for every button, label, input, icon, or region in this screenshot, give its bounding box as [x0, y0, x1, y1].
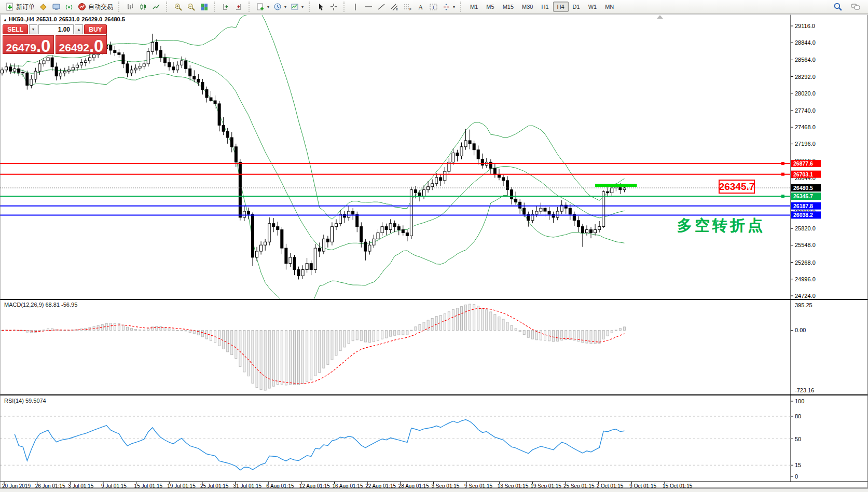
- svg-text:28020.0: 28020.0: [795, 90, 816, 97]
- svg-text:27740.0: 27740.0: [795, 107, 816, 114]
- bar-chart-button[interactable]: [124, 1, 137, 12]
- trendline-icon: [377, 3, 386, 11]
- channel-icon: E: [390, 3, 399, 11]
- main-toolbar: 新订单自动交易▾▾▾EFAT▾M1M5M15M30H1H4D1W1MN: [0, 0, 868, 14]
- period-clock-button[interactable]: ▾: [271, 1, 288, 12]
- candle-chart-button[interactable]: [137, 1, 150, 12]
- volume-input[interactable]: 1.00: [38, 24, 74, 34]
- chart-shift-icon: [235, 3, 243, 11]
- text-button[interactable]: A: [414, 1, 427, 12]
- cursor-button[interactable]: [314, 1, 327, 12]
- svg-text:27196.0: 27196.0: [795, 141, 816, 147]
- arrows-icon: [442, 3, 451, 11]
- toolbar-group: [313, 1, 342, 13]
- timeframe-button-m5[interactable]: M5: [482, 2, 498, 12]
- horizontal-line-icon: [364, 3, 373, 11]
- tile-windows-button[interactable]: [198, 1, 211, 12]
- line-chart-icon: [152, 3, 161, 11]
- svg-text:25820.0: 25820.0: [795, 225, 816, 231]
- signal-button[interactable]: [63, 1, 76, 12]
- timeframe-button-mn[interactable]: MN: [601, 2, 618, 12]
- toolbar-separator: [343, 2, 346, 12]
- new-order-button[interactable]: 新订单: [4, 1, 37, 12]
- terminal-button[interactable]: [50, 1, 63, 12]
- autotrade-button[interactable]: 自动交易: [76, 1, 115, 12]
- timeframe-button-w1[interactable]: W1: [584, 2, 601, 12]
- volume-increase-button[interactable]: ▲: [75, 24, 83, 34]
- svg-text:80: 80: [795, 413, 801, 419]
- macd-indicator-label: MACD(12,26,9) 68.81 -56.95: [4, 302, 77, 308]
- market-watch-button[interactable]: [37, 1, 50, 12]
- svg-text:28564.0: 28564.0: [795, 57, 816, 63]
- bar-chart-icon: [126, 3, 135, 11]
- period-clock-icon: [273, 3, 282, 11]
- timeframe-button-h4[interactable]: H4: [553, 2, 569, 12]
- fibonacci-icon: F: [403, 3, 412, 11]
- one-click-trading-panel: SELL ▼ 1.00 ▲ BUY 26479.0 26492.0: [3, 24, 107, 54]
- open-value: 26531.0: [36, 16, 57, 22]
- toolbar-separator: [309, 2, 311, 12]
- template-button[interactable]: ▾: [288, 1, 306, 12]
- chat-button[interactable]: [849, 1, 863, 12]
- hline-handle[interactable]: [781, 195, 784, 198]
- hline-handle[interactable]: [781, 162, 784, 165]
- dropdown-caret-icon[interactable]: ▾: [284, 5, 286, 9]
- buy-button[interactable]: BUY: [84, 24, 107, 34]
- svg-text:24724.0: 24724.0: [795, 293, 816, 299]
- zoom-out-button[interactable]: [185, 1, 198, 12]
- chart-window[interactable]: 29116.028844.028564.028292.028020.027740…: [0, 15, 868, 492]
- timeframe-button-m15[interactable]: M15: [499, 2, 518, 12]
- channel-button[interactable]: E: [388, 1, 401, 12]
- low-value: 26429.0: [81, 16, 102, 22]
- chart-canvas[interactable]: 29116.028844.028564.028292.028020.027740…: [0, 15, 868, 492]
- svg-text:E: E: [396, 8, 398, 11]
- sell-button[interactable]: SELL: [3, 24, 28, 34]
- toolbar-group: EFAT▾: [348, 1, 459, 13]
- toolbar-button-label: 新订单: [16, 3, 35, 11]
- svg-text:F: F: [409, 8, 411, 11]
- volume-decrease-button[interactable]: ▼: [29, 24, 37, 34]
- toolbar-separator: [214, 2, 216, 12]
- new-chart-button[interactable]: ▾: [254, 1, 271, 12]
- toolbar-button-label: 自动交易: [88, 3, 113, 11]
- auto-scroll-button[interactable]: [219, 1, 232, 12]
- toolbar-right-icons: [831, 1, 866, 12]
- timeframe-button-h1[interactable]: H1: [537, 2, 553, 12]
- price-annotation-box[interactable]: 26345.7: [719, 180, 755, 194]
- arrows-button[interactable]: ▾: [440, 1, 457, 12]
- sell-price-display[interactable]: 26479.0: [3, 35, 54, 54]
- toolbar-separator: [118, 2, 121, 12]
- market-watch-icon: [39, 3, 48, 11]
- dropdown-caret-icon[interactable]: ▾: [453, 5, 455, 9]
- timeframe-button-d1[interactable]: D1: [569, 2, 584, 12]
- text-label-button[interactable]: T: [427, 1, 440, 12]
- dropdown-caret-icon[interactable]: ▾: [267, 5, 269, 9]
- rsi-indicator-label: RSI(14) 59.5074: [4, 398, 46, 404]
- crosshair-button[interactable]: [327, 1, 340, 12]
- new-chart-icon: [256, 3, 265, 11]
- svg-text:26187.8: 26187.8: [793, 203, 813, 209]
- collapse-panel-icon[interactable]: ▲: [3, 18, 7, 22]
- vertical-line-button[interactable]: [349, 1, 362, 12]
- timeframe-button-m1[interactable]: M1: [466, 2, 482, 12]
- svg-text:27468.0: 27468.0: [795, 124, 816, 130]
- turning-point-annotation[interactable]: 多空转折点: [677, 215, 765, 236]
- zoom-in-button[interactable]: [172, 1, 185, 12]
- price-pip-digit: .0: [36, 39, 51, 53]
- vertical-line-icon: [351, 3, 360, 11]
- fibonacci-button[interactable]: F: [401, 1, 414, 12]
- chart-shift-button[interactable]: [232, 1, 245, 12]
- timeframe-button-m30[interactable]: M30: [518, 2, 537, 12]
- svg-text:395.25: 395.25: [795, 302, 812, 308]
- svg-text:A: A: [418, 3, 423, 11]
- trendline-button[interactable]: [375, 1, 388, 12]
- svg-text:26877.6: 26877.6: [793, 160, 813, 167]
- cursor-icon: [316, 3, 325, 11]
- search-button[interactable]: [831, 1, 845, 12]
- hline-handle[interactable]: [781, 173, 784, 176]
- buy-price-display[interactable]: 26492.0: [56, 35, 107, 54]
- svg-text:T: T: [432, 5, 435, 10]
- horizontal-line-button[interactable]: [362, 1, 375, 12]
- line-chart-button[interactable]: [150, 1, 163, 12]
- dropdown-caret-icon[interactable]: ▾: [301, 5, 304, 9]
